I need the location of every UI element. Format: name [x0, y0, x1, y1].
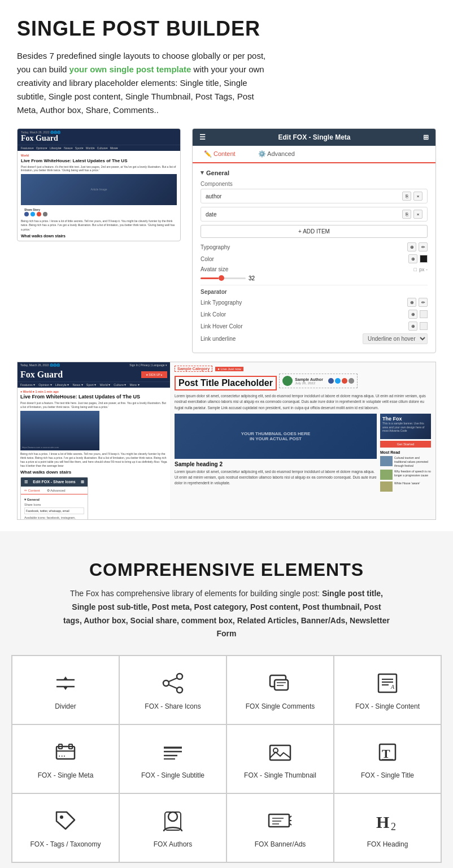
avatar-slider-row: 32	[201, 275, 428, 281]
link-underline-select[interactable]: Underline on hover Always underline Neve…	[363, 333, 428, 344]
color-add-btn[interactable]: ⊕	[408, 254, 417, 263]
author-delete-btn[interactable]: ×	[413, 192, 422, 201]
share-panel-tabs: ✏ Content ⚙ Advanced	[21, 487, 88, 494]
grid-icon[interactable]: ⊞	[423, 133, 429, 141]
link-hover-swatch[interactable]	[420, 322, 428, 330]
thumbnail-sidebar-row: YOUR THUMBNAIL GOES HEREIN YOUR ACTUAL P…	[175, 414, 431, 493]
avatar-slider-track[interactable]	[201, 277, 246, 279]
subscribe-btn[interactable]: ★ SIGN UP ▸	[141, 371, 167, 378]
author-component-label: author	[206, 193, 221, 199]
authors-label: FOX Authors	[154, 840, 193, 848]
share-networks: Facebook, twitter, whatsapp, email	[24, 507, 84, 514]
link-typo-settings-btn[interactable]: ⊕	[407, 298, 416, 307]
single-meta-icon: • • •	[52, 739, 79, 766]
share-area: Share Story	[21, 207, 177, 218]
share-tab-advanced[interactable]: ⚙ Advanced	[43, 487, 69, 494]
share-general-label: ▾ General	[24, 497, 84, 501]
components-label: Components	[201, 181, 428, 187]
author-copy-btn[interactable]: ⎘	[402, 192, 411, 201]
link-hover-color-label: Link Hover Color	[201, 323, 242, 329]
tab-content[interactable]: ✏️ Content	[193, 146, 247, 163]
sub-section-title: What walks down stairs	[20, 470, 167, 475]
svg-rect-27	[270, 745, 290, 760]
element-card-single-title: T FOX - Single Title	[334, 725, 441, 793]
share-panel-position: ☰ Edit FOX - Share Icons ⊞ ✏ Content ⚙ A…	[20, 477, 167, 519]
svg-text:A: A	[390, 684, 395, 690]
em-icon[interactable]	[349, 378, 354, 384]
widget-item-1-text: Cultural tourism and traditional values …	[394, 456, 431, 468]
widget-item-3-img	[380, 481, 393, 492]
pencil-icon: ✏️	[204, 150, 212, 157]
page-title: SINGLE POST BUILDER	[17, 17, 436, 41]
link-color-swatch[interactable]	[420, 310, 428, 318]
tab-advanced-label: Advanced	[267, 150, 295, 157]
heading-icon: H 2	[374, 808, 401, 835]
article-excerpt: Post doesn't just a feature. it's the te…	[21, 165, 177, 172]
element-card-authors: FOX Authors	[120, 794, 226, 862]
intro-paragraph: Besides 7 predefined single layouts to c…	[17, 49, 277, 117]
single-content-label: FOX - Single Content	[355, 702, 420, 710]
link-underline-label: Link underline	[201, 336, 236, 342]
date-delete-btn[interactable]: ×	[413, 210, 422, 219]
link-typo-edit-btn[interactable]: ✏	[419, 298, 428, 307]
link-color-add-btn[interactable]: ⊕	[408, 310, 417, 319]
widget-item-3-text: White House 'aware'	[394, 481, 420, 485]
tags-label: FOX - Tags / Taxonomy	[31, 840, 101, 848]
fox-guard-logo: Fox Guard	[20, 370, 63, 380]
typography-edit-btn[interactable]: ✏	[419, 242, 428, 251]
fb-icon[interactable]	[328, 378, 334, 384]
widget-get-started-btn[interactable]: Get Started	[380, 441, 431, 448]
article-main: ● World ▸ 1 min 1 min ago Live From Whit…	[20, 390, 167, 475]
section-single-post-builder: SINGLE POST BUILDER Besides 7 predefined…	[0, 0, 453, 531]
author-info: Sample Author July 26, 2022	[295, 377, 323, 385]
fox-site-mock: Today, March 26, 2022 🌐🌐🌐 Fox Guard Feat…	[17, 128, 181, 241]
email-share-icon[interactable]	[43, 212, 47, 216]
date-copy-btn[interactable]: ⎘	[402, 210, 411, 219]
section-2-title: COMPREHENSIVE ELEMENTS	[11, 559, 442, 580]
fox-sidebar-widget: The Fox This is a sample banner. Use thi…	[380, 414, 431, 493]
google-share-icon[interactable]	[37, 212, 41, 216]
edit-fox-panel: ☰ Edit FOX - Single Meta ⊞ ✏️ Content ⚙️…	[192, 128, 436, 353]
slider-thumb[interactable]	[219, 275, 224, 281]
twitter-share-icon[interactable]	[31, 212, 35, 216]
widget-item-2-img	[380, 470, 393, 480]
element-card-heading: H 2 FOX Heading	[334, 794, 441, 862]
svg-line-8	[169, 685, 177, 688]
single-title-icon: T	[374, 739, 401, 766]
single-content-icon: A	[374, 670, 401, 697]
single-comments-label: FOX Single Comments	[246, 702, 315, 710]
divider-label: Divider	[55, 702, 76, 710]
hamburger-icon[interactable]: ☰	[199, 133, 206, 141]
banner-icon	[267, 808, 294, 835]
svg-text:• • •: • • •	[59, 754, 66, 758]
single-subtitle-label: FOX - Single Subtitle	[141, 771, 204, 779]
single-title-label: FOX - Single Title	[361, 771, 414, 779]
color-swatch[interactable]	[420, 255, 428, 263]
article-image: Article Image	[21, 174, 177, 205]
single-thumbnail-label: FOX - Single Thumbnail	[244, 771, 316, 779]
element-card-share-icons: FOX - Share Icons	[120, 656, 226, 724]
link-hover-add-btn[interactable]: ⊕	[408, 322, 417, 331]
gp-icon[interactable]	[342, 378, 347, 384]
preview-excerpt-text: Lorem ipsum dolor sit amet, consectetur …	[175, 393, 431, 411]
share-icons-icon	[159, 670, 186, 697]
svg-text:H: H	[376, 813, 389, 831]
element-card-single-content: A FOX - Single Content	[334, 656, 441, 724]
share-tab-content[interactable]: ✏ Content	[21, 487, 43, 494]
svg-line-7	[169, 678, 177, 682]
tab-advanced[interactable]: ⚙️ Advanced	[247, 146, 306, 163]
slider-fill	[201, 277, 219, 279]
separator-divider	[201, 285, 428, 285]
typography-label: Typography	[201, 244, 230, 250]
add-item-button[interactable]: + ADD ITEM	[201, 225, 428, 238]
single-thumbnail-icon	[267, 739, 294, 766]
typography-settings-btn[interactable]: ⊕	[407, 242, 416, 251]
widget-item-2: Why freedom of speech is no longer a pro…	[380, 470, 431, 480]
fox-site-preview: Today, March 26, 2022 🌐🌐🌐 Sign In | Priv…	[18, 362, 170, 519]
tw-icon[interactable]	[335, 378, 341, 384]
article-area: World Live From WhiteHouse: Latest Updat…	[18, 151, 180, 241]
facebook-share-icon[interactable]	[24, 212, 29, 216]
main-nav: Features ▾ Opinion ▾ Lifestyle ▾ News ▾ …	[18, 381, 170, 388]
svg-point-5	[163, 680, 169, 686]
site-header-row: Fox Guard ★ SIGN UP ▸	[18, 368, 170, 381]
